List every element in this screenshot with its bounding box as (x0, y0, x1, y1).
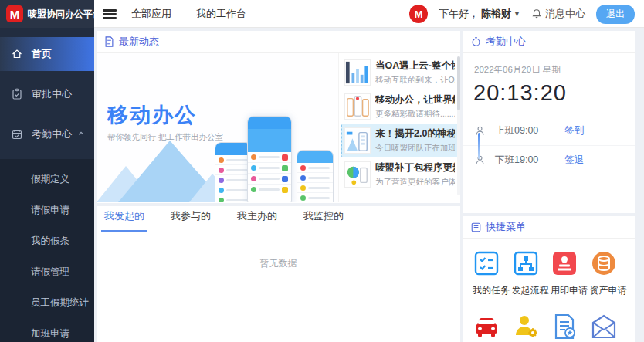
check-in-label: 上班09:00 (495, 124, 538, 137)
news-title: 当OA遇上云-整个协同OA (375, 59, 455, 73)
check-out-link[interactable]: 签退 (564, 154, 584, 167)
news-item[interactable]: 唛盟补丁包程序更新 为了营造更好的客户体验，唛 (341, 157, 458, 191)
news-thumbnail (344, 93, 371, 120)
tab-hosted[interactable]: 我主办的 (234, 203, 280, 232)
news-thumbnail (344, 127, 371, 154)
sidebar-nav: 首页 审批中心 考勤中心 假期定义 请假申请 我的假条 请假管理 员工假期统计 … (0, 28, 94, 342)
sidebar-item-label: 审批中心 (32, 87, 72, 101)
quick-item-label: 用印申请 (551, 284, 588, 297)
app-logo-block: M 唛盟协同办公平台 (0, 0, 94, 28)
sidebar-subitem-holiday-definition[interactable]: 假期定义 (0, 164, 94, 195)
contract-icon (551, 313, 578, 340)
nav-my-workbench[interactable]: 我的工作台 (196, 7, 246, 21)
check-in-link[interactable]: 签到 (564, 124, 584, 137)
tasks-tabs: 我发起的 我参与的 我主办的 我监控的 (97, 206, 460, 232)
message-center[interactable]: 消息中心 (531, 7, 585, 21)
check-out-label: 下班19:00 (495, 154, 538, 167)
news-thumbnail (344, 59, 371, 86)
sidebar-item-home[interactable]: 首页 (0, 37, 94, 71)
mail-icon (590, 313, 618, 340)
quick-menu-grid: 我的任务 发起流程 用印申请 资产申请 用车申请 会议申请 (463, 239, 635, 342)
attendance-clock: 20:13:20 (473, 80, 635, 106)
tab-participated[interactable]: 我参与的 (168, 203, 214, 232)
quick-item-new-mail[interactable]: 新建邮件 (590, 313, 629, 342)
attendance-date: 2022年06月20日 星期一 (474, 64, 635, 76)
sidebar-item-approval-center[interactable]: 审批中心 (0, 77, 94, 111)
app-logo: M (6, 5, 23, 22)
tasks-panel: 我发起的 我参与的 我主办的 我监控的 暂无数据 (97, 206, 460, 342)
quick-item-label: 发起流程 (512, 284, 549, 297)
app-title: 唛盟协同办公平台 (28, 8, 102, 21)
news-thumbnail (344, 161, 371, 188)
news-title: 来！揭开2.0的神秘面纱- (375, 127, 455, 141)
sidebar-subitem-leave-management[interactable]: 请假管理 (0, 256, 94, 287)
attendance-panel-title: 考勤中心 (486, 35, 526, 49)
sidebar-item-attendance-center[interactable]: 考勤中心 (0, 117, 94, 151)
news-subtitle: 移动互联的到来，让OA与云 (375, 75, 455, 86)
stopwatch-icon (471, 36, 481, 47)
main-content: 最新动态 移动办公 帮你领先同行 把工作带出办公室 (94, 28, 644, 342)
bell-icon (531, 8, 542, 19)
greeting-text: 下午好， (439, 7, 479, 21)
news-title: 移动办公，让世界触手可 (375, 93, 455, 107)
asset-database-icon (590, 249, 618, 277)
logout-button[interactable]: 退出 (596, 5, 635, 24)
message-center-label: 消息中心 (545, 7, 585, 21)
car-icon (473, 313, 500, 340)
quick-item-label: 我的任务 (473, 284, 510, 297)
stamp-icon (551, 249, 578, 277)
news-item[interactable]: 移动办公，让世界触手可 更多精彩敬请期待........ (341, 90, 458, 124)
home-icon (11, 48, 23, 60)
header-nav: 全部应用 我的工作台 (131, 0, 246, 28)
quick-item-new-contract[interactable]: 新建合同 (551, 313, 590, 342)
phone-left (215, 142, 252, 202)
news-item-highlighted[interactable]: 来！揭开2.0的神秘面纱- 今日唛盟团队正在加班加点， (341, 124, 458, 157)
quick-item-asset-request[interactable]: 资产申请 (590, 249, 629, 297)
sidebar-item-label: 考勤中心 (32, 127, 72, 141)
check-in-row: 上班09:00 签到 (463, 117, 635, 145)
news-item[interactable]: 当OA遇上云-整个协同OA 移动互联的到来，让OA与云 (341, 56, 458, 90)
phone-center (247, 116, 292, 202)
menu-grid-icon (471, 222, 481, 232)
user-name: 陈裕财 (481, 7, 511, 21)
latest-news-panel: 最新动态 移动办公 帮你领先同行 把工作带出办公室 (97, 31, 460, 203)
news-subtitle: 为了营造更好的客户体验，唛 (375, 177, 455, 188)
sidebar-subitem-employee-holiday-stats[interactable]: 员工假期统计 (0, 287, 94, 318)
top-header: M 唛盟协同办公平台 全部应用 我的工作台 M 下午好，陈裕财 ▼ 消息中心 退… (0, 0, 644, 28)
news-panel-header: 最新动态 (97, 31, 460, 53)
tab-initiated[interactable]: 我发起的 (101, 203, 147, 232)
attendance-submenu: 假期定义 请假申请 我的假条 请假管理 员工假期统计 加班申请 加班管理 (0, 159, 94, 342)
nav-all-apps[interactable]: 全部应用 (131, 7, 171, 21)
quick-item-meeting-request[interactable]: 会议申请 (512, 313, 551, 342)
news-subtitle: 今日唛盟团队正在加班加点， (375, 143, 455, 154)
flow-chart-icon (512, 249, 540, 277)
tab-monitored[interactable]: 我监控的 (300, 203, 347, 232)
sidebar-subitem-leave-request[interactable]: 请假申请 (0, 195, 94, 225)
empty-state-text: 暂无数据 (97, 257, 460, 270)
quick-item-seal-request[interactable]: 用印申请 (551, 249, 590, 297)
user-avatar[interactable]: M (409, 5, 428, 23)
mobile-office-banner[interactable]: 移动办公 帮你领先同行 把工作带出办公室 (97, 53, 338, 202)
quick-item-start-flow[interactable]: 发起流程 (512, 249, 551, 297)
quick-item-car-request[interactable]: 用车申请 (473, 313, 512, 342)
hamburger-menu-icon[interactable] (102, 6, 117, 22)
document-icon (104, 36, 114, 47)
sidebar-item-label: 首页 (32, 47, 52, 61)
task-list-icon (473, 249, 500, 277)
banner-headline: 移动办公 (107, 101, 197, 129)
quick-menu-panel: 快捷菜单 我的任务 发起流程 用印申请 资产申请 用车申请 (463, 216, 635, 342)
header-right: M 下午好，陈裕财 ▼ 消息中心 退出 (409, 0, 635, 28)
sidebar-subitem-overtime-request[interactable]: 加班申请 (0, 318, 94, 342)
phones-illustration (202, 86, 334, 202)
news-list-scrollbar[interactable] (457, 56, 460, 195)
news-list: 当OA遇上云-整个协同OA 移动互联的到来，让OA与云 移动办公，让世界触手可 … (338, 53, 460, 202)
sidebar-subitem-my-leave-notes[interactable]: 我的假条 (0, 225, 94, 256)
user-greeting[interactable]: 下午好，陈裕财 ▼ (439, 7, 520, 21)
approval-clipboard-icon (11, 88, 23, 100)
attendance-panel-header: 考勤中心 (463, 31, 635, 53)
quick-item-my-tasks[interactable]: 我的任务 (473, 249, 512, 297)
quick-item-label: 资产申请 (590, 284, 627, 297)
chevron-up-icon (77, 130, 85, 137)
attendance-calendar-icon (11, 128, 23, 141)
quick-menu-title: 快捷菜单 (486, 220, 526, 234)
